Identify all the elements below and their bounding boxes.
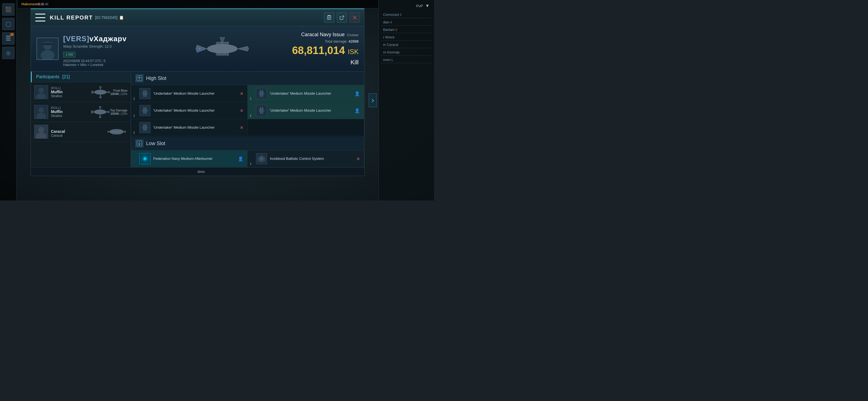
fitting-item-high-3[interactable]: 1 'Undertaker' Medium Missile Launcher ✕	[131, 102, 248, 119]
close-button[interactable]	[350, 12, 360, 23]
svg-point-85	[260, 157, 263, 160]
participant-stats-2: Top Damage 10046 | 23%	[110, 109, 127, 115]
fitting-item-high-5[interactable]: 1 'Undertaker' Medium Missile Launcher ✕	[131, 119, 248, 136]
fitting-panel: High Slot 1 'Undertaker' Medium	[131, 71, 364, 167]
fitting-item-low-2[interactable]: 1 Ironblood Ballistic Control System	[248, 150, 364, 167]
participants-panel: Participants [21] [ROLL] Muffin Stratios	[31, 71, 131, 167]
right-sidebar-item[interactable]: dian 4	[381, 19, 432, 26]
right-sidebar-item[interactable]: m Anomaly	[381, 49, 432, 56]
kill-stats: Caracal Navy Issue Cruiser Total damage:…	[275, 32, 359, 66]
filter-icon[interactable]: ▼	[425, 3, 430, 8]
low-slot-header: Low Slot	[131, 137, 364, 150]
svg-point-82	[144, 158, 146, 160]
svg-point-13	[207, 44, 237, 54]
pilot-band: [VERS]vXаджарv Warp Scramble Strength: 1…	[31, 26, 364, 71]
svg-point-58	[142, 92, 148, 95]
participant-corp-2: [ROLL]	[51, 106, 91, 109]
fitting-item-high-2[interactable]: 1 'Undertaker' Medium Missile Launcher 👤	[248, 85, 364, 102]
svg-point-66	[142, 109, 148, 112]
fitting-item-high-4[interactable]: 1 'Undertaker' Medium Missile Launcher 👤	[248, 102, 364, 119]
svg-marker-38	[99, 94, 101, 98]
high-slot-grid: 1 'Undertaker' Medium Missile Launcher ✕…	[131, 85, 364, 136]
fitting-item-name-3: 'Undertaker' Medium Missile Launcher	[153, 108, 215, 113]
participant-item-2[interactable]: [ROLL] Muffin Stratios	[31, 102, 131, 122]
missile-launcher-icon-4	[256, 105, 267, 116]
svg-rect-25	[219, 55, 221, 56]
fitting-item-name-low-2: Ironblood Ballistic Control System	[270, 156, 324, 161]
svg-rect-1	[328, 15, 330, 16]
fitting-item-user-low-1: 👤	[238, 156, 243, 162]
svg-rect-22	[225, 42, 226, 43]
participant-item[interactable]: [ROLL] Muffin Stratios	[31, 82, 131, 102]
svg-marker-35	[106, 91, 110, 93]
ship-image	[169, 32, 275, 65]
fitting-item-name-4: 'Undertaker' Medium Missile Launcher	[270, 108, 331, 113]
fitting-item-low-1[interactable]: Federation Navy Medium Afterburner 👤	[131, 150, 248, 167]
modal-header: KILL REPORT [ID:7562045] 📋	[31, 9, 364, 26]
svg-marker-51	[124, 131, 126, 133]
isk-value: 68,811,014	[292, 45, 345, 56]
high-slot-title: High Slot	[146, 76, 166, 81]
right-sidebar-item[interactable]: nnon L	[381, 57, 432, 63]
export-button[interactable]	[337, 12, 347, 23]
right-sidebar-item[interactable]: r Wreck	[381, 34, 432, 41]
svg-rect-60	[145, 90, 147, 97]
svg-point-74	[142, 126, 148, 129]
missile-launcher-icon-5	[140, 122, 151, 133]
participant-item-3[interactable]: - Caracal Caracal	[31, 122, 131, 142]
svg-marker-44	[91, 110, 94, 114]
svg-marker-52	[108, 131, 110, 133]
clipboard-button[interactable]	[324, 12, 334, 23]
isk-label: ISK	[348, 48, 359, 55]
sidebar-icon-4[interactable]: ◎	[2, 47, 14, 59]
svg-point-42	[94, 110, 106, 114]
right-sidebar-item[interactable]: m Caracal	[381, 42, 432, 48]
high-slot-header: High Slot	[131, 71, 364, 85]
fitting-item-remove-low-2[interactable]: ✕	[356, 156, 360, 162]
svg-rect-54	[113, 133, 121, 134]
sidebar-icon-2[interactable]: ◯	[2, 18, 14, 30]
svg-marker-37	[99, 87, 101, 90]
fitting-item-remove-3[interactable]: ✕	[240, 108, 243, 113]
fitting-item-remove-5[interactable]: ✕	[240, 125, 243, 130]
participant-ship-2: Stratios	[51, 114, 91, 118]
sidebar-icon-3[interactable]: ☰ 4	[2, 32, 14, 45]
svg-marker-45	[99, 106, 101, 110]
svg-rect-53	[113, 130, 121, 131]
sidebar-left: ⬛ ◯ ☰ 4 ◎	[0, 0, 17, 200]
fitting-item-high-1[interactable]: 1 'Undertaker' Medium Missile Launcher ✕	[131, 85, 248, 102]
missile-launcher-icon-2	[256, 88, 267, 99]
right-sidebar-item[interactable]: Cormorant 3	[381, 12, 432, 18]
svg-rect-12	[42, 42, 54, 44]
fitting-item-name-1: 'Undertaker' Medium Missile Launcher	[153, 91, 215, 96]
svg-point-32	[38, 88, 44, 93]
speed-bar: 0m/s	[31, 167, 364, 176]
svg-rect-72	[262, 107, 263, 114]
svg-line-5	[342, 16, 344, 18]
right-sidebar-item[interactable]: Bantam 5	[381, 27, 432, 33]
participant-details-2: [ROLL] Muffin Stratios	[51, 106, 91, 118]
svg-rect-26	[222, 55, 224, 56]
pilot-corp	[63, 31, 169, 34]
svg-marker-36	[92, 90, 94, 94]
svg-point-70	[259, 109, 264, 112]
ship-icon-3	[107, 125, 126, 139]
svg-rect-28	[227, 55, 229, 56]
pilot-info: [VERS]vXаджарv Warp Scramble Strength: 1…	[63, 31, 169, 67]
svg-rect-21	[222, 42, 224, 43]
svg-rect-0	[328, 16, 331, 20]
pvp-label: PvP	[416, 4, 423, 8]
kill-badge: 1 Kill	[63, 52, 75, 57]
afterburner-icon	[140, 153, 151, 164]
modal-id: [ID:7562045]	[95, 15, 117, 20]
menu-icon[interactable]	[35, 13, 45, 22]
fitting-item-remove-1[interactable]: ✕	[240, 91, 243, 96]
high-slot-icon	[135, 74, 143, 82]
svg-rect-20	[219, 42, 221, 43]
ship-type: Cruiser	[347, 33, 359, 37]
pilot-warp-scramble: Warp Scramble Strength: 12.0	[63, 44, 169, 49]
sidebar-icon-1[interactable]: ⬛	[2, 3, 14, 16]
nav-arrow-right[interactable]: ›	[369, 93, 377, 107]
participant-name-3: Caracal	[51, 129, 107, 134]
svg-rect-23	[227, 42, 229, 43]
